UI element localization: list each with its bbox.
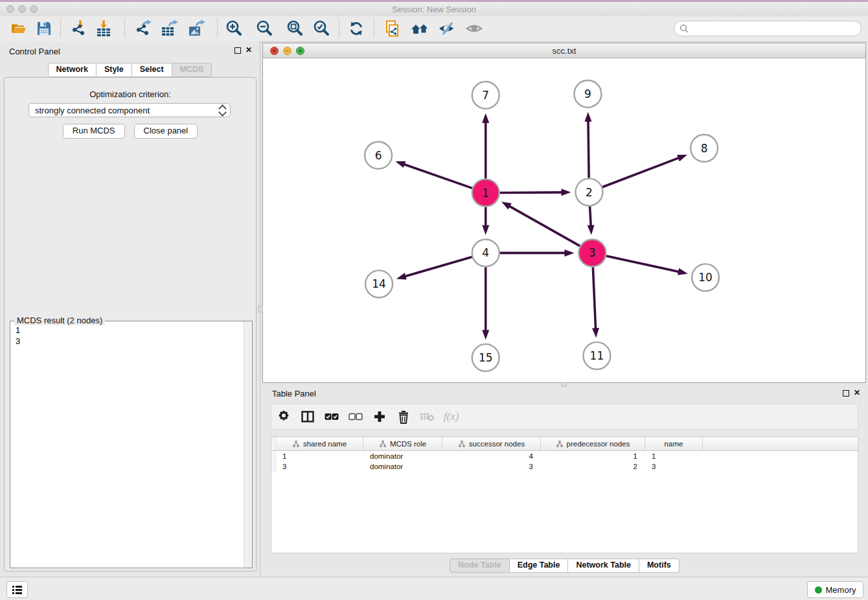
graph-edge-4-3[interactable] [500,249,575,257]
unselect-all-icon[interactable] [343,404,367,429]
search-input[interactable] [692,23,856,34]
column-header-label: shared name [303,440,347,448]
network-overview-icon[interactable] [410,19,429,38]
graph-node-6[interactable]: 6 [365,142,392,169]
graph-edge-1-2[interactable] [500,189,571,196]
export-table-icon[interactable] [159,19,179,38]
mcds-result-group: MCDS result (2 nodes) 13 [10,321,253,568]
application-window: Session: New Session [0,0,868,600]
save-session-icon[interactable] [34,19,54,38]
table-row[interactable]: 3dominator323 [271,461,858,472]
table-cell: 1 [276,452,363,460]
graph-node-label: 8 [701,142,708,155]
graph-node-1[interactable]: 1 [472,179,499,207]
search-icon [680,24,689,33]
horizontal-splitter-handle[interactable] [562,382,567,387]
graph-edge-3-10[interactable] [606,256,688,275]
graph-edge-4-14[interactable] [396,257,472,280]
table-tabs: Node TableEdge TableNetwork TableMotifs [261,559,868,573]
graph-edge-2-8[interactable] [602,155,687,187]
add-column-icon[interactable] [367,404,391,429]
close-panel-icon[interactable]: ✕ [854,388,860,397]
graph-node-15[interactable]: 15 [472,344,499,371]
tab-network[interactable]: Network [48,63,97,77]
graph-node-7[interactable]: 7 [472,82,499,109]
zoom-out-icon[interactable] [255,19,274,38]
graph-edge-1-7[interactable] [482,113,489,179]
control-panel: Control Panel ✕ NetworkStyleSelectMCDS O… [0,41,260,577]
graph-edge-1-6[interactable] [395,161,472,189]
table-cell: dominator [363,452,442,460]
task-history-button[interactable] [6,581,28,598]
vertical-splitter-handle[interactable] [258,306,263,312]
graph-edge-1-4[interactable] [482,207,489,235]
tab-node-table[interactable]: Node Table [450,559,509,573]
table-cell: 3 [276,463,363,470]
network-canvas[interactable]: 1234678910111415 [263,58,865,382]
column-header-name[interactable]: name [645,437,703,450]
show-graphics-details-icon[interactable] [465,19,485,38]
column-header-shared-name[interactable]: shared name [276,437,363,450]
zoom-in-icon[interactable] [224,19,244,38]
graph-node-9[interactable]: 9 [574,80,601,108]
graph-edge-4-15[interactable] [482,267,489,340]
close-panel-icon[interactable]: ✕ [246,45,252,54]
tab-style[interactable]: Style [97,63,132,77]
column-header-successor-nodes[interactable]: successor nodes [442,437,541,450]
open-session-icon[interactable] [9,19,29,38]
float-panel-icon[interactable] [843,390,849,397]
table-cell: 1 [541,452,645,460]
table-panel-header: Table Panel ✕ [261,387,868,405]
graph-node-11[interactable]: 11 [583,342,610,369]
refresh-view-icon[interactable] [347,19,366,38]
result-scrollbar[interactable] [244,321,252,568]
graph-edge-2-3[interactable] [588,207,595,235]
graph-edge-3-11[interactable] [592,267,599,338]
network-graph: 1234678910111415 [263,58,865,382]
delete-table-icon[interactable] [415,404,439,429]
network-view-title: scc.txt [263,46,865,56]
list-icon [12,585,23,595]
tab-select[interactable]: Select [132,63,172,77]
mcds-tab-content: Optimization criterion: strongly connect… [4,77,257,571]
graph-edge-3-1[interactable] [501,202,580,246]
duplicate-network-icon[interactable] [382,19,402,38]
split-view-icon[interactable] [295,404,319,429]
criterion-select[interactable]: strongly connected component [29,103,231,117]
apply-function-icon[interactable]: f(x) [439,404,463,429]
table-settings-icon[interactable] [271,404,295,429]
graph-edge-2-9[interactable] [585,112,592,178]
graph-node-3[interactable]: 3 [578,239,606,266]
run-mcds-button[interactable]: Run MCDS [63,124,125,139]
graph-node-8[interactable]: 8 [691,135,718,162]
mcds-result-text[interactable]: 13 [10,321,244,568]
graph-node-2[interactable]: 2 [575,179,602,206]
close-panel-button[interactable]: Close panel [134,124,198,139]
column-header-predecessor-nodes[interactable]: predecessor nodes [541,437,645,450]
memory-button[interactable]: Memory [807,581,863,598]
graph-node-label: 6 [375,149,382,162]
tab-network-table[interactable]: Network Table [568,559,639,573]
graph-node-10[interactable]: 10 [692,264,719,291]
tab-motifs[interactable]: Motifs [639,559,680,573]
select-all-icon[interactable] [319,404,343,429]
import-table-icon[interactable] [94,19,113,38]
table-panel: Table Panel ✕ [261,387,868,577]
graph-node-14[interactable]: 14 [365,270,393,297]
hide-graphics-details-icon[interactable] [437,19,457,38]
delete-column-icon[interactable] [391,404,415,429]
column-header-MCDS-role[interactable]: MCDS role [363,437,442,450]
zoom-selected-icon[interactable] [312,19,331,38]
column-header-label: MCDS role [390,440,426,448]
zoom-fit-icon[interactable] [285,19,304,38]
table-header-row: shared nameMCDS rolesuccessor nodesprede… [271,437,858,451]
export-image-icon[interactable] [187,19,206,38]
tab-edge-table[interactable]: Edge Table [510,559,569,573]
tab-mcds[interactable]: MCDS [172,63,212,77]
table-cell: 2 [541,463,645,470]
float-panel-icon[interactable] [234,47,241,54]
export-network-icon[interactable] [133,19,153,38]
graph-node-4[interactable]: 4 [472,239,499,266]
table-row[interactable]: 1dominator411 [271,451,858,461]
import-network-icon[interactable] [69,19,89,38]
